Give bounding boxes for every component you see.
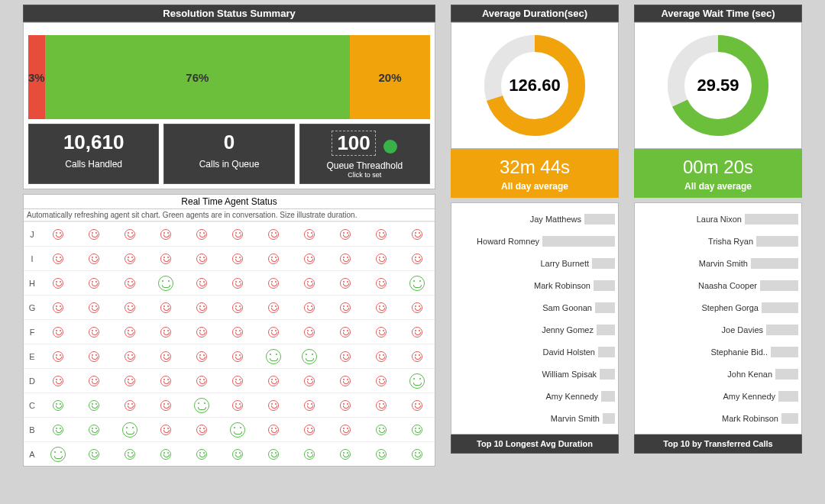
agent-cell[interactable] [184, 441, 220, 466]
agent-cell[interactable] [220, 319, 256, 344]
agent-cell[interactable] [363, 393, 399, 417]
agent-cell[interactable] [255, 246, 291, 270]
agent-cell[interactable] [399, 221, 435, 246]
agent-cell[interactable] [76, 246, 112, 270]
agent-cell[interactable] [291, 417, 327, 441]
queue-threshold-stat[interactable]: 100 Queue Threadhold Click to set [299, 124, 430, 184]
agent-cell[interactable] [40, 368, 76, 393]
agent-cell[interactable] [40, 221, 76, 246]
agent-cell[interactable] [363, 441, 399, 466]
agent-cell[interactable] [255, 344, 291, 368]
agent-cell[interactable] [291, 270, 327, 295]
agent-cell[interactable] [327, 221, 363, 246]
agent-cell[interactable] [220, 393, 256, 417]
agent-cell[interactable] [220, 417, 256, 441]
agent-cell[interactable] [112, 417, 148, 441]
agent-cell[interactable] [291, 319, 327, 344]
agent-cell[interactable] [76, 295, 112, 319]
agent-cell[interactable] [363, 368, 399, 393]
agent-cell[interactable] [40, 270, 76, 295]
agent-cell[interactable] [255, 295, 291, 319]
agent-cell[interactable] [327, 417, 363, 441]
agent-cell[interactable] [255, 393, 291, 417]
agent-cell[interactable] [112, 319, 148, 344]
agent-cell[interactable] [40, 393, 76, 417]
agent-cell[interactable] [112, 393, 148, 417]
agent-cell[interactable] [112, 368, 148, 393]
agent-cell[interactable] [148, 246, 184, 270]
agent-cell[interactable] [255, 221, 291, 246]
agent-cell[interactable] [148, 441, 184, 466]
agent-cell[interactable] [220, 344, 256, 368]
agent-cell[interactable] [184, 344, 220, 368]
agent-cell[interactable] [327, 368, 363, 393]
agent-cell[interactable] [255, 441, 291, 466]
agent-cell[interactable] [220, 246, 256, 270]
agent-cell[interactable] [40, 319, 76, 344]
agent-cell[interactable] [327, 295, 363, 319]
agent-cell[interactable] [291, 344, 327, 368]
agent-cell[interactable] [112, 246, 148, 270]
agent-cell[interactable] [327, 319, 363, 344]
agent-cell[interactable] [363, 246, 399, 270]
agent-cell[interactable] [399, 295, 435, 319]
agent-cell[interactable] [76, 319, 112, 344]
agent-cell[interactable] [76, 344, 112, 368]
agent-cell[interactable] [76, 368, 112, 393]
agent-cell[interactable] [148, 368, 184, 393]
agent-cell[interactable] [184, 417, 220, 441]
agent-cell[interactable] [327, 393, 363, 417]
agent-cell[interactable] [399, 319, 435, 344]
agent-cell[interactable] [40, 295, 76, 319]
agent-cell[interactable] [363, 319, 399, 344]
agent-cell[interactable] [399, 246, 435, 270]
agent-cell[interactable] [255, 319, 291, 344]
agent-cell[interactable] [363, 221, 399, 246]
agent-cell[interactable] [327, 246, 363, 270]
agent-cell[interactable] [363, 270, 399, 295]
agent-cell[interactable] [399, 270, 435, 295]
agent-cell[interactable] [40, 441, 76, 466]
agent-cell[interactable] [291, 441, 327, 466]
agent-cell[interactable] [184, 270, 220, 295]
agent-cell[interactable] [112, 344, 148, 368]
agent-cell[interactable] [148, 417, 184, 441]
agent-cell[interactable] [184, 319, 220, 344]
agent-cell[interactable] [291, 295, 327, 319]
agent-cell[interactable] [220, 368, 256, 393]
agent-cell[interactable] [327, 441, 363, 466]
agent-cell[interactable] [327, 270, 363, 295]
agent-cell[interactable] [184, 246, 220, 270]
agent-cell[interactable] [255, 368, 291, 393]
agent-cell[interactable] [220, 221, 256, 246]
agent-cell[interactable] [291, 368, 327, 393]
agent-cell[interactable] [76, 270, 112, 295]
agent-cell[interactable] [291, 221, 327, 246]
agent-cell[interactable] [399, 441, 435, 466]
agent-cell[interactable] [363, 344, 399, 368]
agent-cell[interactable] [399, 368, 435, 393]
agent-cell[interactable] [112, 270, 148, 295]
agent-cell[interactable] [255, 270, 291, 295]
agent-cell[interactable] [184, 295, 220, 319]
agent-cell[interactable] [112, 295, 148, 319]
agent-cell[interactable] [220, 441, 256, 466]
agent-cell[interactable] [220, 270, 256, 295]
agent-cell[interactable] [363, 295, 399, 319]
agent-cell[interactable] [76, 393, 112, 417]
agent-cell[interactable] [399, 417, 435, 441]
agent-cell[interactable] [112, 441, 148, 466]
agent-cell[interactable] [184, 393, 220, 417]
agent-cell[interactable] [291, 393, 327, 417]
agent-cell[interactable] [76, 221, 112, 246]
agent-cell[interactable] [148, 221, 184, 246]
agent-cell[interactable] [148, 393, 184, 417]
agent-cell[interactable] [76, 417, 112, 441]
agent-cell[interactable] [40, 417, 76, 441]
agent-cell[interactable] [40, 344, 76, 368]
agent-cell[interactable] [399, 393, 435, 417]
agent-cell[interactable] [148, 295, 184, 319]
agent-cell[interactable] [291, 246, 327, 270]
agent-cell[interactable] [148, 319, 184, 344]
agent-cell[interactable] [184, 368, 220, 393]
